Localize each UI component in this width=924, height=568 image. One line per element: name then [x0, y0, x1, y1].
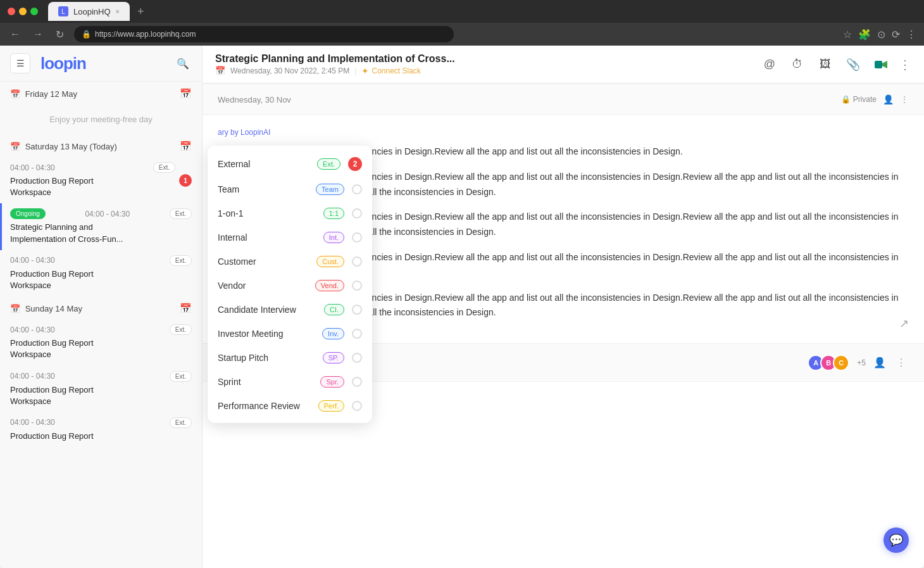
dropdown-label-team: Team [218, 184, 308, 194]
meeting-time-ongoing: 04:00 - 04:30 [85, 210, 130, 218]
meeting-time-s1: 04:00 - 04:30 [10, 325, 55, 334]
dropdown-item-customer[interactable]: Customer Cust. [208, 249, 372, 274]
day-emoji-sunday: 📅 [10, 304, 20, 313]
sidebar-header: ☰ loopin 🔍 [0, 46, 202, 82]
notes-button[interactable]: 🖼 [815, 54, 835, 75]
day-header-friday: 📅 Friday 12 May 📅 [0, 82, 202, 104]
dropdown-chip-vendor: Vend. [315, 280, 344, 291]
radio-investor[interactable] [352, 329, 362, 339]
section-date-top: Wednesday, 30 Nov [218, 95, 291, 104]
calendar-icon-sunday[interactable]: 📅 [180, 303, 192, 314]
google-meet-button[interactable] [871, 54, 891, 75]
radio-sprint[interactable] [352, 377, 362, 387]
meeting-meta-3: 04:00 - 04:30 Ext. [10, 255, 192, 266]
dropdown-item-1on1[interactable]: 1-on-1 1:1 [208, 201, 372, 225]
meeting-card-strategic[interactable]: Ongoing 04:00 - 04:30 Ext. Strategic Pla… [0, 203, 202, 249]
url-text: https://www.app.loopinhq.com [95, 30, 196, 39]
ongoing-badge: Ongoing [10, 208, 46, 219]
dropdown-chip-team: Team [316, 184, 344, 195]
bottom-actions-area: A B C +5 👤 ⋮ [808, 354, 909, 371]
calendar-icon-saturday[interactable]: 📅 [180, 141, 192, 152]
meeting-card-sunday-3[interactable]: 04:00 - 04:30 Ext. Production Bug Report [0, 412, 202, 447]
browser-chrome: L LoopinHQ × + ← → ↻ 🔒 https://www.app.l… [0, 0, 924, 46]
meeting-subtitle: 📅 Wednesday, 30 Nov 2022, 2:45 PM | ✦ Co… [215, 66, 759, 76]
traffic-light-yellow[interactable] [19, 8, 27, 15]
tab-favicon: L [58, 6, 68, 16]
dropdown-item-vendor[interactable]: Vendor Vend. [208, 274, 372, 298]
new-tab-button[interactable]: + [132, 5, 149, 18]
attach-button[interactable]: 📎 [843, 54, 863, 75]
dropdown-item-performance[interactable]: Performance Review Perf. [208, 394, 372, 418]
meeting-title: Production Bug ReportWorkspace [10, 175, 175, 198]
bottom-more-icon[interactable]: ⋮ [894, 354, 909, 371]
traffic-light-red[interactable] [8, 8, 15, 15]
radio-customer[interactable] [352, 256, 362, 267]
meeting-meta: 04:00 - 04:30 Ext. [10, 162, 175, 173]
section-more-icon[interactable]: ⋮ [900, 94, 909, 104]
active-tab[interactable]: L LoopinHQ × [48, 2, 130, 21]
radio-startup[interactable] [352, 353, 362, 363]
dropdown-label-external: External [218, 159, 309, 169]
dropdown-item-sprint[interactable]: Sprint Spr. [208, 370, 372, 394]
dropdown-chip-performance: Perf. [318, 400, 344, 412]
mentions-button[interactable]: @ [759, 54, 780, 75]
plus-count: +5 [857, 358, 866, 367]
person-icon[interactable]: 👤 [883, 94, 894, 104]
meeting-card-sunday-2[interactable]: 04:00 - 04:30 Ext. Production Bug Report… [0, 366, 202, 412]
forward-button[interactable]: → [30, 28, 46, 40]
search-button[interactable]: 🔍 [174, 54, 192, 72]
radio-team[interactable] [352, 184, 362, 194]
radio-candidate[interactable] [352, 305, 362, 315]
day-section-friday: 📅 Friday 12 May 📅 Enjoy your meeting-fre… [0, 82, 202, 134]
dropdown-item-internal[interactable]: Internal Int. [208, 225, 372, 249]
dropdown-chip-external: Ext. [317, 158, 340, 170]
radio-vendor[interactable] [352, 281, 362, 291]
ai-badge: ary by LoopinAI [218, 128, 909, 137]
external-count-badge: 2 [348, 157, 362, 171]
dropdown-item-candidate[interactable]: Candidate Interview CI. [208, 298, 372, 322]
dropdown-label-internal: Internal [218, 232, 316, 243]
meeting-badge-ext-3: Ext. [170, 255, 192, 266]
radio-performance[interactable] [352, 401, 362, 411]
back-button[interactable]: ← [8, 28, 23, 40]
notification-dot: 1 [179, 174, 192, 187]
radio-1on1[interactable] [352, 208, 362, 218]
extension-icon[interactable]: 🧩 [858, 28, 871, 41]
url-bar[interactable]: 🔒 https://www.app.loopinhq.com [74, 26, 454, 42]
dropdown-chip-internal: Int. [323, 232, 344, 243]
dropdown-chip-candidate: CI. [324, 304, 344, 315]
svg-marker-1 [882, 61, 887, 68]
dropdown-item-external[interactable]: External Ext. 2 [208, 151, 372, 177]
meeting-time: 04:00 - 04:30 [10, 163, 55, 172]
share-button[interactable]: ↗ [899, 317, 909, 331]
meeting-card-sunday-1[interactable]: 04:00 - 04:30 Ext. Production Bug Report… [0, 319, 202, 365]
menu-icon[interactable]: ⋮ [906, 28, 916, 41]
sync-icon[interactable]: ⟳ [892, 28, 900, 41]
more-options-button[interactable]: ⋮ [899, 57, 911, 72]
add-person-icon[interactable]: 👤 [871, 354, 889, 371]
timer-button[interactable]: ⏱ [787, 54, 808, 75]
bookmark-icon[interactable]: ☆ [843, 28, 852, 41]
dropdown-label-performance: Performance Review [218, 401, 311, 411]
radio-internal[interactable] [352, 232, 362, 243]
dropdown-label-vendor: Vendor [218, 281, 308, 291]
avatar-group: A B C [808, 355, 849, 371]
section-actions-top: 🔒 Private 👤 ⋮ [841, 94, 909, 104]
dropdown-chip-1on1: 1:1 [323, 208, 344, 219]
section-divider-top: Wednesday, 30 Nov 🔒 Private 👤 ⋮ [203, 84, 924, 115]
menu-button[interactable]: ☰ [10, 53, 30, 73]
dropdown-item-investor[interactable]: Investor Meeting Inv. [208, 322, 372, 346]
meeting-card-production-bug-2[interactable]: 04:00 - 04:30 Ext. Production Bug Report… [0, 250, 202, 296]
connect-slack-button[interactable]: ✦ Connect Slack [361, 66, 420, 76]
dropdown-item-startup[interactable]: Startup Pitch SP. [208, 346, 372, 370]
profile-icon[interactable]: ⊙ [877, 28, 885, 41]
calendar-icon-friday[interactable]: 📅 [180, 88, 192, 99]
tab-close-button[interactable]: × [116, 8, 120, 15]
reload-button[interactable]: ↻ [53, 28, 66, 41]
tab-bar: L LoopinHQ × + [0, 0, 924, 23]
chat-fab-button[interactable]: 💬 [883, 527, 909, 553]
dropdown-item-team[interactable]: Team Team [208, 177, 372, 201]
dropdown-label-customer: Customer [218, 256, 309, 267]
traffic-light-green[interactable] [30, 8, 38, 15]
meeting-card-production-bug-1[interactable]: 04:00 - 04:30 Ext. Production Bug Report… [0, 157, 202, 203]
